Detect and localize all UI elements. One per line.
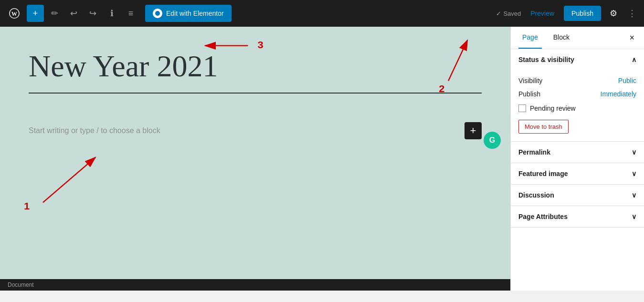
edit-with-elementor-button[interactable]: Edit with Elementor <box>145 5 232 22</box>
undo-button[interactable]: ↩ <box>65 5 82 22</box>
status-visibility-section: Status & visibility ∧ Visibility Public … <box>511 49 644 142</box>
more-options-button[interactable]: ⋮ <box>626 6 638 21</box>
main-area: New Year 2021 Start writing or type / to… <box>0 27 644 291</box>
block-placeholder-area: Start writing or type / to choose a bloc… <box>0 113 510 149</box>
more-icon: ⋮ <box>628 9 636 18</box>
saved-check-icon: ✓ <box>496 10 501 17</box>
add-block-toolbar-button[interactable]: + <box>27 5 44 22</box>
toolbar-right: ✓ Saved Preview Publish ⚙ ⋮ <box>496 5 638 22</box>
sidebar: Page Block × Status & visibility ∧ Visib… <box>510 27 644 291</box>
settings-button[interactable]: ⚙ <box>605 5 622 22</box>
close-icon: × <box>629 33 634 42</box>
status-section-title: Status & visibility <box>518 56 574 63</box>
add-block-icon: + <box>470 125 476 137</box>
settings-icon: ⚙ <box>610 8 617 19</box>
page-attributes-title: Page Attributes <box>518 213 568 220</box>
visibility-label: Visibility <box>518 77 542 84</box>
block-placeholder-text: Start writing or type / to choose a bloc… <box>29 126 160 135</box>
status-section-content: Visibility Public Publish Immediately Pe… <box>511 70 644 141</box>
page-attributes-header[interactable]: Page Attributes ∨ <box>511 206 644 227</box>
redo-icon: ↪ <box>89 8 96 19</box>
canvas-area: New Year 2021 Start writing or type / to… <box>0 27 510 291</box>
saved-label-text: Saved <box>503 10 521 17</box>
publish-row: Publish Immediately <box>518 87 636 101</box>
arrow-1 <box>43 157 95 202</box>
discussion-header[interactable]: Discussion ∨ <box>511 185 644 206</box>
featured-image-chevron-down-icon: ∨ <box>632 170 636 177</box>
document-label[interactable]: Document <box>8 281 34 288</box>
edit-elementor-label: Edit with Elementor <box>166 10 224 17</box>
sidebar-close-button[interactable]: × <box>627 31 636 45</box>
title-separator <box>29 93 482 94</box>
preview-button[interactable]: Preview <box>525 7 560 20</box>
tab-page[interactable]: Page <box>518 27 542 49</box>
status-visibility-header[interactable]: Status & visibility ∧ <box>511 49 644 70</box>
pending-review-label: Pending review <box>530 104 576 112</box>
permalink-header[interactable]: Permalink ∨ <box>511 142 644 163</box>
tab-block[interactable]: Block <box>549 27 573 49</box>
undo-icon: ↩ <box>70 8 77 19</box>
info-icon: ℹ <box>110 8 114 19</box>
editor-canvas[interactable]: New Year 2021 Start writing or type / to… <box>0 27 510 279</box>
tab-block-label: Block <box>553 33 570 41</box>
permalink-title: Permalink <box>518 148 550 156</box>
info-button[interactable]: ℹ <box>103 5 120 22</box>
page-title[interactable]: New Year 2021 <box>29 50 482 83</box>
page-attributes-section: Page Attributes ∨ <box>511 206 644 228</box>
publish-label: Publish <box>571 10 593 17</box>
chevron-up-icon: ∧ <box>632 56 636 63</box>
elementor-icon <box>153 9 162 18</box>
label-1: 1 <box>24 200 30 211</box>
page-attributes-chevron-down-icon: ∨ <box>632 213 636 220</box>
publish-label: Publish <box>518 90 540 98</box>
svg-text:W: W <box>11 10 17 17</box>
publish-button[interactable]: Publish <box>564 6 601 21</box>
permalink-chevron-down-icon: ∨ <box>632 148 636 156</box>
publish-value[interactable]: Immediately <box>601 90 636 98</box>
grammarly-icon[interactable]: G <box>484 132 501 149</box>
discussion-chevron-down-icon: ∨ <box>632 191 636 199</box>
grammarly-letter: G <box>489 136 495 145</box>
pencil-icon: ✏ <box>51 8 58 19</box>
wordpress-logo[interactable]: W <box>6 5 23 22</box>
featured-image-header[interactable]: Featured image ∨ <box>511 163 644 184</box>
page-title-area: New Year 2021 <box>0 27 510 93</box>
redo-button[interactable]: ↪ <box>84 5 101 22</box>
move-to-trash-label: Move to trash <box>525 123 562 130</box>
permalink-section: Permalink ∨ <box>511 142 644 163</box>
plus-icon: + <box>33 9 38 19</box>
add-block-button[interactable]: + <box>465 122 482 139</box>
toolbar: W + ✏ ↩ ↪ ℹ ≡ Edit with Elementor ✓ Save… <box>0 0 644 27</box>
bottom-bar: Document <box>0 279 510 291</box>
visibility-value[interactable]: Public <box>618 77 636 84</box>
saved-status: ✓ Saved <box>496 10 521 17</box>
discussion-title: Discussion <box>518 191 554 199</box>
featured-image-section: Featured image ∨ <box>511 163 644 185</box>
list-icon: ≡ <box>128 9 134 19</box>
discussion-section: Discussion ∨ <box>511 185 644 206</box>
pending-review-row: Pending review <box>518 101 636 116</box>
move-to-trash-button[interactable]: Move to trash <box>518 120 569 134</box>
pending-review-checkbox[interactable] <box>518 104 526 112</box>
preview-label: Preview <box>530 10 554 17</box>
tab-page-label: Page <box>522 33 538 41</box>
edit-toolbar-button[interactable]: ✏ <box>46 5 63 22</box>
sidebar-tabs: Page Block × <box>511 27 644 49</box>
elementor-inner-circle <box>155 11 160 16</box>
featured-image-title: Featured image <box>518 170 568 177</box>
visibility-row: Visibility Public <box>518 74 636 87</box>
list-view-button[interactable]: ≡ <box>122 5 139 22</box>
